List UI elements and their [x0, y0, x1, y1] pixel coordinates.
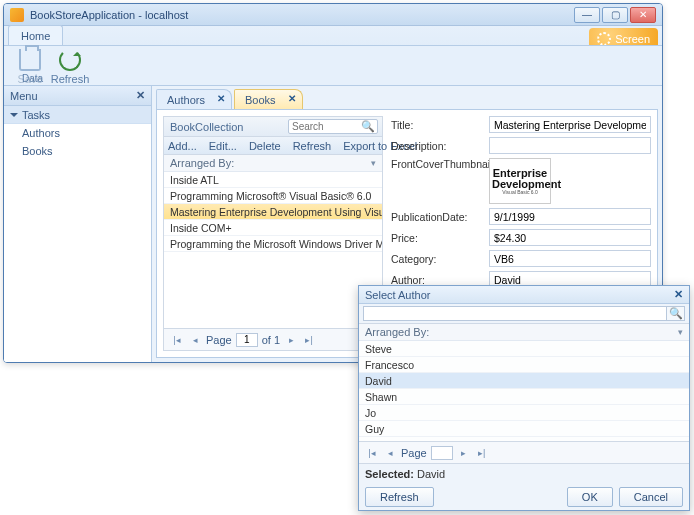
- thumbnail-label: FrontCoverThumbnail:: [391, 158, 489, 170]
- menu-panel: Menu ✕ Tasks Authors Books: [4, 86, 152, 362]
- dialog-search-input[interactable]: [363, 306, 667, 321]
- author-row[interactable]: Jo: [359, 405, 689, 421]
- pager-page-input[interactable]: [236, 333, 258, 347]
- title-label: Title:: [391, 119, 489, 131]
- pubdate-field[interactable]: [489, 208, 651, 225]
- grid-delete-button[interactable]: Delete: [249, 140, 281, 152]
- price-field[interactable]: [489, 229, 651, 246]
- grid-refresh-button[interactable]: Refresh: [293, 140, 332, 152]
- grid-search-input[interactable]: [289, 121, 359, 132]
- window-title: BookStoreApplication - localhost: [30, 9, 188, 21]
- dialog-rows: Steve Francesco David Shawn Jo Guy Walte…: [359, 341, 689, 441]
- minimize-button[interactable]: —: [574, 7, 600, 23]
- grid-search[interactable]: 🔍: [288, 119, 378, 134]
- dialog-footer: Selected: David Refresh OK Cancel: [359, 463, 689, 510]
- description-field[interactable]: [489, 137, 651, 154]
- price-label: Price:: [391, 232, 489, 244]
- grid-rows: Inside ATL Programming Microsoft® Visual…: [164, 172, 382, 328]
- dialog-search-bar: 🔍: [359, 304, 689, 324]
- title-field[interactable]: [489, 116, 651, 133]
- thumbnail-image: Enterprise Development Visual Basic 6.0: [489, 158, 551, 204]
- tab-books[interactable]: Books ✕: [234, 89, 303, 109]
- grid-row[interactable]: Programming Microsoft® Visual Basic® 6.0: [164, 188, 382, 204]
- dialog-pager-input[interactable]: [431, 446, 453, 460]
- search-icon[interactable]: 🔍: [667, 306, 685, 321]
- maximize-button[interactable]: ▢: [602, 7, 628, 23]
- author-row-selected[interactable]: David: [359, 373, 689, 389]
- app-icon: [10, 8, 24, 22]
- ribbon: Home Screen Save Refresh Data: [4, 26, 662, 86]
- pager-last-icon[interactable]: ▸|: [475, 446, 489, 460]
- grid-add-button[interactable]: Add...: [168, 140, 197, 152]
- tab-close-icon[interactable]: ✕: [217, 93, 225, 104]
- grid-toolbar: Add... Edit... Delete Refresh Export to …: [164, 137, 382, 155]
- ribbon-tab-home[interactable]: Home: [8, 25, 63, 45]
- pager-prev-icon[interactable]: ◂: [383, 446, 397, 460]
- menu-header: Menu ✕: [4, 86, 151, 106]
- pager-last-icon[interactable]: ▸|: [302, 333, 316, 347]
- dialog-refresh-button[interactable]: Refresh: [365, 487, 434, 507]
- dialog-arranged-by[interactable]: Arranged By:: [359, 324, 689, 341]
- author-row[interactable]: Steve: [359, 341, 689, 357]
- grid-row-selected[interactable]: Mastering Enterprise Development Using V…: [164, 204, 382, 220]
- dialog-cancel-button[interactable]: Cancel: [619, 487, 683, 507]
- pager-first-icon[interactable]: |◂: [365, 446, 379, 460]
- dialog-ok-button[interactable]: OK: [567, 487, 613, 507]
- tabbar: Authors ✕ Books ✕: [156, 90, 658, 110]
- pubdate-label: PublicationDate:: [391, 211, 489, 223]
- category-field[interactable]: [489, 250, 651, 267]
- author-row[interactable]: Shawn: [359, 389, 689, 405]
- dialog-pager: |◂ ◂ Page ▸ ▸|: [359, 441, 689, 463]
- pager-prev-icon[interactable]: ◂: [188, 333, 202, 347]
- selected-value: David: [417, 468, 445, 480]
- tab-authors[interactable]: Authors ✕: [156, 89, 232, 109]
- refresh-icon: [59, 49, 81, 71]
- dialog-header: Select Author ✕: [359, 286, 689, 304]
- grid-edit-button[interactable]: Edit...: [209, 140, 237, 152]
- grid-row[interactable]: Inside COM+: [164, 220, 382, 236]
- gear-icon: [597, 32, 611, 46]
- pager-next-icon[interactable]: ▸: [457, 446, 471, 460]
- author-label: Author:: [391, 274, 489, 286]
- tab-close-icon[interactable]: ✕: [288, 93, 296, 104]
- ribbon-group-label: Data: [22, 73, 43, 84]
- menu-item-books[interactable]: Books: [4, 142, 151, 160]
- pager-next-icon[interactable]: ▸: [284, 333, 298, 347]
- close-button[interactable]: ✕: [630, 7, 656, 23]
- titlebar: BookStoreApplication - localhost — ▢ ✕: [4, 4, 662, 26]
- pager-first-icon[interactable]: |◂: [170, 333, 184, 347]
- description-label: Description:: [391, 140, 489, 152]
- save-icon: [19, 49, 41, 71]
- dialog-close-icon[interactable]: ✕: [674, 288, 683, 301]
- grid-row[interactable]: Programming the Microsoft Windows Driver…: [164, 236, 382, 252]
- menu-tasks-header[interactable]: Tasks: [4, 106, 151, 124]
- book-grid: BookCollection 🔍 Add... Edit... Delete R…: [163, 116, 383, 351]
- menu-close-icon[interactable]: ✕: [136, 89, 145, 102]
- author-row[interactable]: Francesco: [359, 357, 689, 373]
- grid-row[interactable]: Inside ATL: [164, 172, 382, 188]
- author-row[interactable]: Guy: [359, 421, 689, 437]
- selected-label: Selected:: [365, 468, 414, 480]
- refresh-button[interactable]: Refresh: [50, 49, 90, 85]
- grid-pager: |◂ ◂ Page of 1 ▸ ▸|: [164, 328, 382, 350]
- grid-header: BookCollection 🔍: [164, 117, 382, 137]
- menu-item-authors[interactable]: Authors: [4, 124, 151, 142]
- search-icon[interactable]: 🔍: [359, 120, 377, 133]
- category-label: Category:: [391, 253, 489, 265]
- grid-arranged-by[interactable]: Arranged By:: [164, 155, 382, 172]
- select-author-dialog: Select Author ✕ 🔍 Arranged By: Steve Fra…: [358, 285, 690, 511]
